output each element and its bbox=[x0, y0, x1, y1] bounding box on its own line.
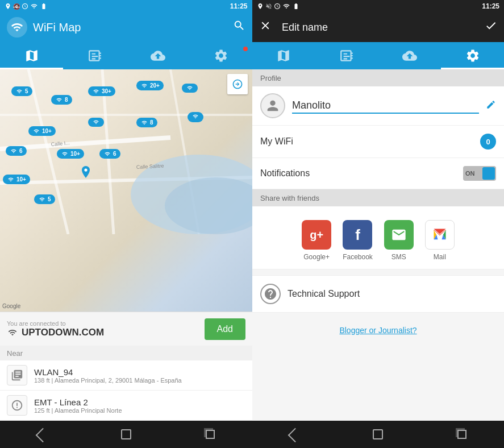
wifi-pin-12[interactable]: 6 bbox=[99, 149, 120, 159]
nav-home-right[interactable] bbox=[364, 421, 392, 448]
share-icons-row: g+ Google+ f Facebook bbox=[260, 214, 496, 261]
mail-icon bbox=[425, 220, 455, 250]
share-mail[interactable]: Mail bbox=[425, 220, 455, 261]
mail-label: Mail bbox=[434, 253, 446, 261]
blogger-section: Blogger or Journalist? bbox=[252, 318, 504, 342]
support-icon bbox=[260, 284, 281, 304]
my-wifi-badge: 0 bbox=[480, 134, 496, 150]
connected-network: UPTODOWN.COM bbox=[7, 327, 104, 338]
edit-name-title: Edit name bbox=[282, 22, 479, 34]
app-logo bbox=[7, 17, 27, 38]
wifi-pin-10[interactable]: 6 bbox=[6, 146, 27, 156]
profile-avatar bbox=[260, 93, 285, 118]
wifi-pin-1[interactable]: 5 bbox=[11, 86, 32, 96]
connected-label: You are connected to bbox=[7, 320, 104, 327]
close-button[interactable] bbox=[259, 19, 272, 35]
right-app-bar: Edit name bbox=[252, 13, 504, 42]
sms-icon bbox=[384, 220, 414, 250]
right-nav-bar bbox=[252, 421, 504, 448]
wifi-pin-11[interactable]: 10+ bbox=[57, 149, 84, 159]
facebook-label: Facebook bbox=[343, 253, 373, 261]
tab-favorites-left[interactable] bbox=[63, 42, 126, 69]
tab-map-right[interactable] bbox=[252, 42, 315, 69]
wifi-pin-14[interactable]: 5 bbox=[34, 194, 55, 204]
near-label: Near bbox=[7, 349, 23, 358]
right-tab-bar bbox=[252, 42, 504, 69]
right-status-time: 11:25 bbox=[482, 2, 499, 10]
nav-home-left[interactable] bbox=[112, 421, 140, 448]
svg-point-10 bbox=[84, 168, 87, 171]
wifi-pin-3[interactable]: 30+ bbox=[88, 86, 115, 96]
my-wifi-row[interactable]: My WiFi 0 bbox=[252, 126, 504, 158]
connected-bar: You are connected to UPTODOWN.COM Add bbox=[0, 312, 252, 346]
facebook-icon: f bbox=[343, 220, 372, 250]
notifications-toggle[interactable]: ON bbox=[463, 166, 496, 181]
tab-settings-left[interactable] bbox=[189, 42, 252, 69]
nav-back-right[interactable] bbox=[280, 421, 309, 448]
sms-label: SMS bbox=[391, 253, 406, 261]
profile-row bbox=[252, 86, 504, 126]
left-nav-bar bbox=[0, 421, 252, 448]
settings-content: Profile My WiFi 0 bbox=[252, 69, 504, 421]
username-input[interactable] bbox=[292, 98, 479, 114]
left-app-bar: WiFi Map bbox=[0, 13, 252, 42]
wifi-item-address-1: 138 ft | Alameda Principal, 2, 29001 Mál… bbox=[34, 377, 245, 384]
share-header-text: Share with friends bbox=[260, 194, 319, 202]
wifi-item-name-1: WLAN_94 bbox=[34, 367, 245, 377]
map-area[interactable]: Calle I... Calle Salitre 5 8 bbox=[0, 69, 252, 312]
tab-map-left[interactable] bbox=[0, 42, 63, 69]
wifi-pin-4[interactable]: 20+ bbox=[136, 81, 164, 90]
left-status-time: 11:25 bbox=[230, 2, 248, 10]
direction-button[interactable] bbox=[227, 74, 248, 94]
wifi-pin-5[interactable] bbox=[182, 84, 198, 93]
blogger-link[interactable]: Blogger or Journalist? bbox=[339, 326, 416, 335]
toggle-knob bbox=[482, 167, 495, 180]
tab-favorites-right[interactable] bbox=[315, 42, 378, 69]
wifi-item-address-2: 125 ft | Alameda Principal Norte bbox=[34, 407, 245, 414]
wifi-list-item-2[interactable]: EMT - Línea 2 125 ft | Alameda Principal… bbox=[0, 391, 252, 421]
search-button[interactable] bbox=[233, 19, 245, 35]
wifi-item-icon-1 bbox=[7, 365, 27, 385]
notifications-row: Notifications ON bbox=[252, 158, 504, 189]
wifi-pin-2[interactable]: 8 bbox=[51, 95, 72, 105]
add-button[interactable]: Add bbox=[205, 318, 245, 340]
confirm-button[interactable] bbox=[485, 19, 497, 35]
tab-settings-right[interactable] bbox=[441, 42, 504, 69]
near-section-header: Near bbox=[0, 346, 252, 360]
tab-upload-left[interactable] bbox=[126, 42, 189, 69]
share-sms[interactable]: SMS bbox=[384, 220, 414, 261]
edit-username-button[interactable] bbox=[486, 99, 496, 113]
app-title: WiFi Map bbox=[33, 21, 227, 34]
share-facebook[interactable]: f Facebook bbox=[343, 220, 373, 261]
settings-notification-dot bbox=[243, 47, 248, 51]
technical-support-section[interactable]: Technical Support bbox=[252, 275, 504, 313]
share-gplus[interactable]: g+ Google+ bbox=[302, 220, 331, 261]
gplus-icon: g+ bbox=[302, 220, 331, 250]
toggle-on-label: ON bbox=[465, 170, 475, 177]
wifi-pin-7[interactable] bbox=[88, 118, 104, 127]
current-location-pin bbox=[80, 166, 92, 184]
nav-back-left[interactable] bbox=[28, 421, 56, 448]
profile-section-header: Profile bbox=[252, 69, 504, 86]
nav-recent-right[interactable] bbox=[448, 421, 476, 448]
wifi-pin-8[interactable]: 8 bbox=[136, 118, 157, 127]
gplus-label: Google+ bbox=[303, 253, 330, 261]
notifications-label: Notifications bbox=[260, 168, 310, 179]
nav-recent-left[interactable] bbox=[196, 421, 224, 448]
wifi-list-item-1[interactable]: WLAN_94 138 ft | Alameda Principal, 2, 2… bbox=[0, 360, 252, 391]
my-wifi-label: My WiFi bbox=[260, 136, 293, 147]
wifi-item-name-2: EMT - Línea 2 bbox=[34, 397, 245, 407]
google-logo: Google bbox=[2, 303, 20, 309]
tab-upload-right[interactable] bbox=[378, 42, 441, 69]
support-text: Technical Support bbox=[288, 289, 360, 299]
wifi-pin-9[interactable] bbox=[188, 112, 203, 122]
share-section-header: Share with friends bbox=[252, 189, 504, 206]
wifi-pin-6[interactable]: 10+ bbox=[28, 126, 56, 136]
left-tab-bar bbox=[0, 42, 252, 69]
wifi-item-icon-2 bbox=[7, 395, 27, 416]
share-section: g+ Google+ f Facebook bbox=[252, 206, 504, 269]
profile-header-text: Profile bbox=[260, 74, 281, 82]
wifi-pin-13[interactable]: 10+ bbox=[3, 175, 30, 184]
